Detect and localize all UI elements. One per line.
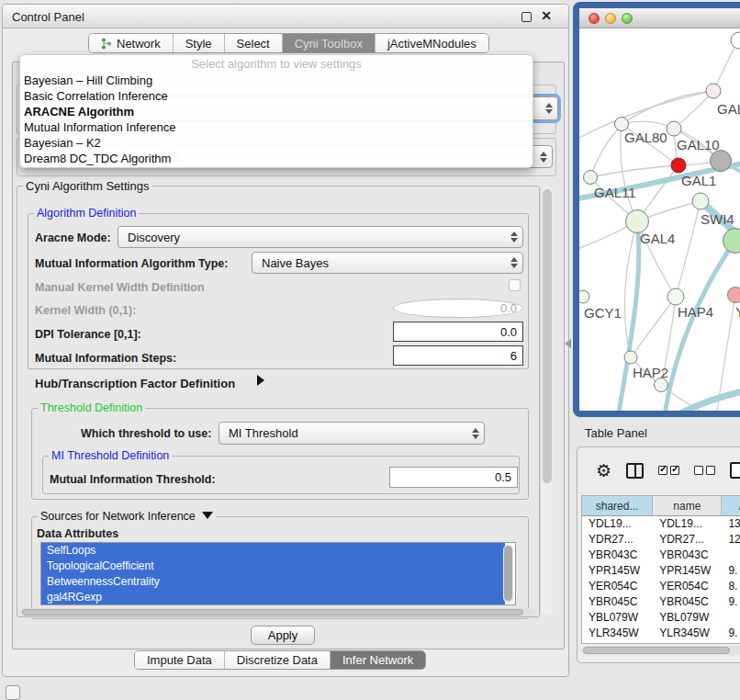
attributes-list-scrollbar-thumb[interactable]	[504, 546, 512, 601]
settings-scrollbar-thumb[interactable]	[543, 189, 552, 483]
apply-button[interactable]: Apply	[251, 626, 315, 645]
table-row[interactable]: YDR27...YDR27...12	[582, 532, 740, 548]
network-node-hap2[interactable]	[624, 351, 637, 364]
table-row[interactable]: YPR145WYPR145W9.	[582, 563, 740, 579]
document-icon[interactable]	[730, 462, 740, 479]
algorithm-menu-item[interactable]: Bayesian – K2	[20, 135, 533, 151]
split-columns-icon[interactable]	[626, 463, 644, 479]
mi-threshold-field[interactable]: 0.5	[389, 467, 518, 488]
table-cell: YDR27...	[582, 532, 653, 548]
minimize-traffic-light-icon[interactable]	[605, 13, 616, 24]
column-header-shared...[interactable]: shared...	[582, 496, 653, 515]
table-row[interactable]: YBR043CYBR043C	[582, 548, 740, 563]
network-node-gcy1[interactable]	[579, 290, 589, 303]
collapse-down-icon[interactable]	[202, 512, 213, 519]
table-hscrollbar-thumb[interactable]	[583, 647, 730, 654]
algorithm-menu-item[interactable]: Bayesian – Hill Climbing	[20, 73, 533, 88]
network-node-gal11[interactable]	[584, 171, 598, 185]
tab-infer-network[interactable]: Infer Network	[331, 651, 425, 669]
tab-network[interactable]: Network	[89, 34, 174, 52]
network-node-hap4[interactable]	[667, 288, 684, 305]
column-header-name[interactable]: name	[653, 496, 722, 515]
algorithm-definition-title: Algorithm Definition	[34, 207, 139, 220]
tab-label: Impute Data	[147, 653, 212, 667]
network-node-y[interactable]	[728, 288, 740, 303]
network-node[interactable]	[655, 378, 668, 392]
table-row[interactable]: YIL052CYIL052C9	[582, 641, 740, 644]
which-threshold-combo[interactable]: MI Threshold	[219, 422, 485, 445]
algorithm-menu-item[interactable]: Dream8 DC_TDC Algorithm	[20, 151, 533, 166]
network-node-gal1[interactable]	[671, 158, 686, 173]
network-node-gal[interactable]	[706, 84, 721, 98]
combo-arrows-icon	[541, 103, 557, 114]
mi-steps-field[interactable]: 6	[393, 345, 523, 366]
tab-discretize-data[interactable]: Discretize Data	[225, 651, 331, 669]
aracne-mode-combo[interactable]: Discovery	[118, 226, 523, 248]
bottom-tab-strip: Impute DataDiscretize DataInfer Network	[134, 650, 426, 670]
table-cell: YBL079W	[582, 610, 653, 626]
network-edge[interactable]	[590, 165, 678, 177]
mi-type-label: Mutual Information Algorithm Type:	[35, 257, 228, 270]
column-header-A[interactable]: A	[722, 496, 740, 515]
table-hscrollbar[interactable]	[581, 646, 740, 655]
tab-label: Cyni Toolbox	[295, 37, 363, 51]
attribute-list-item[interactable]: BetweennessCentrality	[41, 574, 505, 590]
table-row[interactable]: YDL19...YDL19...13	[582, 516, 740, 532]
table-cell: 9.	[722, 626, 740, 641]
attributes-list-scrollbar[interactable]	[503, 545, 513, 603]
float-window-icon[interactable]	[521, 12, 532, 22]
settings-hscrollbar-thumb[interactable]	[22, 609, 523, 615]
algorithm-menu-item[interactable]: Basic Correlation Inference	[20, 88, 533, 104]
combo-arrows-icon	[467, 428, 484, 439]
network-edge[interactable]	[590, 124, 622, 177]
tab-jactivemnodules[interactable]: jActiveMNodules	[376, 34, 488, 52]
table-row[interactable]: YLR345WYLR345W9.	[582, 626, 740, 641]
network-node-swi4[interactable]	[692, 193, 709, 209]
table-cell: YPR145W	[653, 563, 722, 579]
split-divider-arrow-icon[interactable]	[565, 339, 571, 348]
network-icon	[101, 38, 112, 50]
tab-cyni-toolbox[interactable]: Cyni Toolbox	[283, 34, 376, 52]
algorithm-menu-item[interactable]: ARACNE Algorithm	[20, 104, 533, 119]
attribute-list-item[interactable]: SelfLoops	[41, 543, 505, 559]
network-edge[interactable]	[622, 91, 713, 124]
table-row[interactable]: YER054CYER054C8.	[582, 579, 740, 594]
algorithm-menu-item[interactable]: Mutual Information Inference	[20, 119, 533, 135]
table-cell: 8.	[722, 579, 740, 594]
mi-type-combo[interactable]: Naive Bayes	[252, 252, 523, 274]
attribute-list-item[interactable]: TopologicalCoefficient	[41, 559, 505, 574]
checked-pair-icon[interactable]	[658, 466, 679, 475]
network-edge[interactable]	[665, 241, 735, 411]
close-traffic-light-icon[interactable]	[589, 13, 600, 24]
network-edge[interactable]	[678, 390, 740, 411]
settings-scrollbar[interactable]	[540, 186, 553, 615]
network-node-gal10[interactable]	[667, 121, 681, 136]
network-node[interactable]	[723, 229, 740, 254]
network-node[interactable]	[711, 151, 732, 172]
kernel-width-field[interactable]: 0.0	[393, 299, 523, 318]
gear-icon[interactable]: ⚙	[596, 462, 611, 480]
network-edge[interactable]	[676, 201, 701, 297]
manual-kernel-checkbox[interactable]	[509, 279, 521, 291]
dpi-tolerance-field[interactable]: 0.0	[393, 322, 523, 342]
dock-corner-icon[interactable]	[6, 685, 20, 700]
panel-title: Control Panel	[12, 10, 84, 24]
network-node-gal4[interactable]	[626, 210, 649, 233]
network-node[interactable]	[731, 32, 740, 49]
tab-select[interactable]: Select	[225, 34, 283, 52]
screenshot-stage: Control Panel ✕ NetworkStyleSelectCyni T…	[0, 0, 740, 700]
attribute-list-item[interactable]: gal4RGexp	[41, 590, 505, 605]
zoom-traffic-light-icon[interactable]	[622, 13, 633, 24]
tab-impute-data[interactable]: Impute Data	[135, 651, 225, 669]
network-edge[interactable]	[619, 221, 639, 411]
expand-right-icon[interactable]	[257, 375, 264, 386]
table-row[interactable]: YBL079WYBL079W	[582, 610, 740, 626]
table-row[interactable]: YBR045CYBR045C9.	[582, 594, 740, 610]
tab-style[interactable]: Style	[174, 34, 225, 52]
unchecked-pair-icon[interactable]	[694, 466, 715, 475]
close-icon[interactable]: ✕	[541, 8, 552, 23]
settings-hscrollbar[interactable]	[20, 608, 536, 616]
network-canvas[interactable]: GALGAL80GAL10GAL1GAL11SWI4GAL4GCY1HAP4YH…	[579, 28, 740, 411]
network-graph: GALGAL80GAL10GAL1GAL11SWI4GAL4GCY1HAP4YH…	[579, 28, 740, 411]
data-attributes-list[interactable]: SelfLoopsTopologicalCoefficientBetweenne…	[40, 542, 516, 605]
